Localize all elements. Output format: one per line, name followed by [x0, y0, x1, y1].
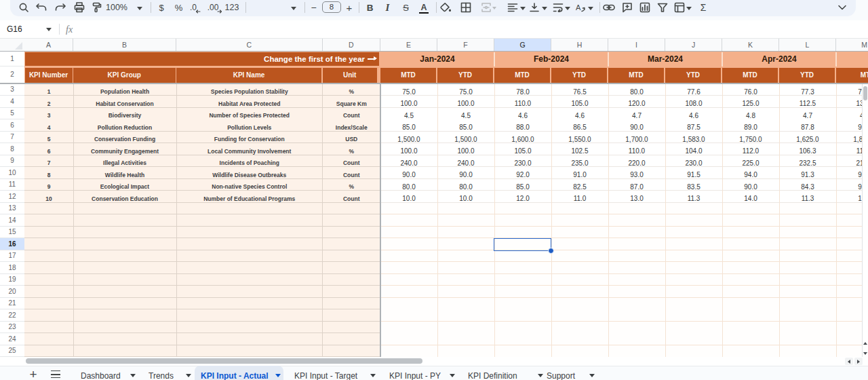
svg-text:A: A: [576, 3, 581, 12]
